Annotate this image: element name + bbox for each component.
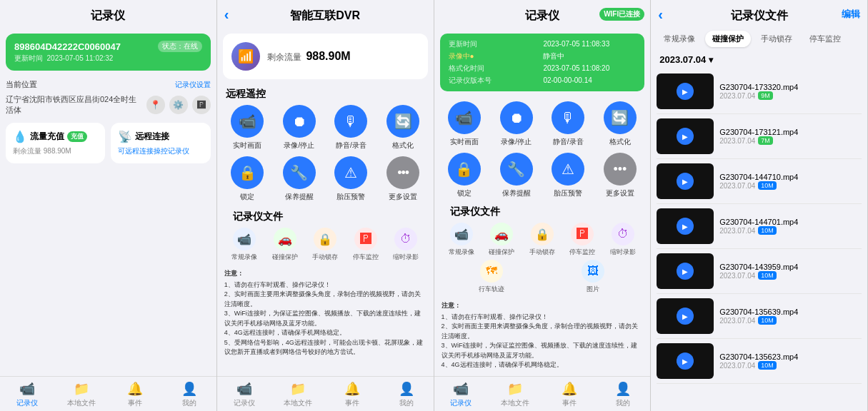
panel1-header: 记录仪 — [0, 0, 216, 28]
file-item-3[interactable]: ▶ G230704-144701.mp4 2023.07.04 10M — [657, 204, 862, 249]
panel1-title: 记录仪 — [91, 9, 125, 21]
play-btn-4[interactable]: ▶ — [677, 263, 694, 280]
video-thumb-4: ▶ — [657, 253, 714, 289]
flow-info: 剩余流量 988.90M — [267, 50, 351, 64]
nav3-recorder[interactable]: 📹 记录仪 — [434, 381, 489, 408]
nav2-profile[interactable]: 👤 我的 — [379, 381, 434, 408]
nav-profile[interactable]: 👤 我的 — [162, 381, 216, 408]
file-info-2: G230704-144710.mp4 2023.07.04 10M — [719, 173, 862, 190]
r3-btn-2[interactable]: 🎙 静音/录音 — [545, 101, 592, 147]
file-item-2[interactable]: ▶ G230704-144710.mp4 2023.07.04 10M — [657, 159, 862, 204]
remote-btn-1[interactable]: ⏺ 录像/停止 — [276, 105, 322, 151]
remote-btn-2[interactable]: 🎙 静音/录音 — [328, 105, 374, 151]
r3-btn-7[interactable]: ••• 更多设置 — [597, 153, 644, 198]
edit-button[interactable]: 编辑 — [842, 8, 860, 21]
update-time: 更新时间 2023-07-05 11:02:32 — [14, 54, 202, 64]
f3-tab-3[interactable]: 🅿 停车监控 — [562, 223, 603, 257]
file-tab-1[interactable]: 🚗 碰撞保护 — [264, 228, 305, 262]
file-info-5: G230704-135639.mp4 2023.07.04 10M — [719, 308, 862, 325]
bottom-nav-3: 📹 记录仪 📁 本地文件 🔔 事件 👤 我的 — [434, 376, 651, 411]
r3-btn-4[interactable]: 🔒 锁定 — [442, 153, 488, 198]
file-item-5[interactable]: ▶ G230704-135639.mp4 2023.07.04 10M — [657, 294, 862, 339]
nav2-events[interactable]: 🔔 事件 — [325, 381, 379, 408]
back-arrow-2[interactable]: ‹ — [224, 6, 229, 22]
action-cards: 💧 流量充值 充值 剩余流量 988.90M 📡 远程连接 可远程连接操控记录仪 — [6, 123, 211, 163]
play-btn-2[interactable]: ▶ — [677, 173, 694, 190]
remote-btn-6[interactable]: ⚠ 胎压预警 — [328, 156, 374, 202]
f3-tab-6[interactable]: 🖼 图片 — [542, 260, 643, 294]
file-info-0: G230704-173320.mp4 2023.07.04 9M — [719, 83, 862, 100]
back-arrow-4[interactable]: ‹ — [658, 6, 663, 22]
nav3-events[interactable]: 🔔 事件 — [542, 381, 597, 408]
nav3-local[interactable]: 📁 本地文件 — [488, 381, 542, 408]
tab-manual[interactable]: 手动锁存 — [754, 31, 799, 47]
notes-3: 注意： 1、请勿在行车时观看、操作记录仪！ 2、实时画面主要用来调整摄像头角度，… — [442, 301, 644, 370]
play-btn-0[interactable]: ▶ — [677, 83, 694, 100]
tab-parking[interactable]: 停车监控 — [802, 31, 848, 47]
panel-recorder: 记录仪 898604D42222C0060047 状态：在线 更新时间 2023… — [0, 0, 217, 411]
f3-tab-4[interactable]: ⏱ 缩时录影 — [603, 223, 644, 257]
remote-btn-0[interactable]: 📹 实时画面 — [224, 105, 271, 151]
file-item-0[interactable]: ▶ G230704-173320.mp4 2023.07.04 9M — [657, 69, 862, 114]
remote-section-title: 远程遥控 — [226, 88, 425, 101]
device-card[interactable]: 898604D42222C0060047 状态：在线 更新时间 2023-07-… — [6, 34, 211, 71]
settings-icon[interactable]: ⚙️ — [169, 96, 188, 114]
file-item-1[interactable]: ▶ G230704-173121.mp4 2023.07.04 7M — [657, 114, 862, 159]
remote-btn-5[interactable]: 🔧 保养提醒 — [276, 156, 322, 202]
file-tab-2[interactable]: 🔒 手动锁存 — [305, 228, 346, 262]
date-selector[interactable]: 2023.07.04 ▾ — [651, 50, 867, 69]
remote-btn-7[interactable]: ••• 更多设置 — [380, 156, 426, 202]
file-item-6[interactable]: ▶ G230704-135623.mp4 2023.07.04 10M — [657, 339, 862, 384]
file-item-4[interactable]: ▶ G230704-143959.mp4 2023.07.04 10M — [657, 249, 862, 294]
file-type-tabs: 常规录像 碰撞保护 手动锁存 停车监控 — [651, 28, 867, 50]
status-card: 更新时间 2023-07-05 11:08:33 录像中● 静音中 格式化时间 … — [440, 34, 645, 91]
remote-grid-3: 📹 实时画面 ⏺ 录像/停止 🎙 静音/录音 🔄 格式化 🔒 锁定 🔧 保养提醒… — [442, 101, 644, 198]
panel-smart-dvr: ‹ 智能互联DVR 📶 剩余流量 988.90M 远程遥控 📹 实时画面 ⏺ 录… — [217, 0, 434, 411]
status-field-1: 录像中● — [449, 51, 542, 61]
settings-link[interactable]: 记录仪设置 — [175, 80, 211, 90]
bottom-nav-1: 📹 记录仪 📁 本地文件 🔔 事件 👤 我的 — [0, 376, 216, 411]
nav3-profile[interactable]: 👤 我的 — [597, 381, 651, 408]
location-icon[interactable]: 📍 — [146, 96, 165, 114]
file-tab-4[interactable]: ⏱ 缩时录影 — [386, 228, 426, 262]
nav-recorder[interactable]: 📹 记录仪 — [0, 381, 54, 408]
flow-icon: 💧 — [13, 130, 27, 143]
flow-card[interactable]: 💧 流量充值 充值 剩余流量 988.90M — [6, 123, 105, 163]
video-thumb-3: ▶ — [657, 208, 714, 244]
file-tab-3[interactable]: 🅿 停车监控 — [345, 228, 386, 262]
nav2-local[interactable]: 📁 本地文件 — [271, 381, 325, 408]
nav-local-files[interactable]: 📁 本地文件 — [54, 381, 109, 408]
remote-grid: 📹 实时画面 ⏺ 录像/停止 🎙 静音/录音 🔄 格式化 🔒 锁定 🔧 保养提醒… — [224, 105, 426, 202]
file-info-1: G230704-173121.mp4 2023.07.04 7M — [719, 128, 862, 145]
f3-tab-5[interactable]: 🗺 行车轨迹 — [442, 260, 542, 294]
tab-regular[interactable]: 常规录像 — [657, 31, 702, 47]
panel2-header: ‹ 智能互联DVR — [217, 0, 434, 28]
remote-card[interactable]: 📡 远程连接 可远程连接操控记录仪 — [111, 123, 210, 163]
f3-tab-1[interactable]: 🚗 碰撞保护 — [482, 223, 522, 257]
r3-btn-1[interactable]: ⏺ 录像/停止 — [493, 101, 539, 147]
parking-icon[interactable]: 🅿 — [192, 96, 211, 114]
bottom-nav-2: 📹 记录仪 📁 本地文件 🔔 事件 👤 我的 — [217, 376, 434, 411]
remote-btn-3[interactable]: 🔄 格式化 — [380, 105, 426, 151]
nav-events[interactable]: 🔔 事件 — [108, 381, 162, 408]
f3-tab-2[interactable]: 🔒 手动锁存 — [522, 223, 563, 257]
panel3-title: 记录仪 — [525, 9, 559, 21]
play-btn-3[interactable]: ▶ — [677, 218, 694, 235]
r3-btn-0[interactable]: 📹 实时画面 — [442, 101, 488, 147]
r3-btn-5[interactable]: 🔧 保养提醒 — [493, 153, 539, 198]
r3-btn-6[interactable]: ⚠ 胎压预警 — [545, 153, 592, 198]
nav2-recorder[interactable]: 📹 记录仪 — [217, 381, 271, 408]
wifi-badge: WIFI已连接 — [599, 8, 644, 21]
play-btn-1[interactable]: ▶ — [677, 128, 694, 145]
file-tab-0[interactable]: 📹 常规录像 — [224, 228, 265, 262]
status-field-2: 格式化时间 — [449, 64, 542, 73]
tab-collision[interactable]: 碰撞保护 — [705, 31, 751, 47]
play-btn-5[interactable]: ▶ — [677, 308, 694, 325]
status-field-0: 更新时间 — [449, 39, 542, 49]
play-btn-6[interactable]: ▶ — [677, 352, 694, 370]
file-info-6: G230704-135623.mp4 2023.07.04 10M — [719, 352, 862, 370]
remote-btn-4[interactable]: 🔒 锁定 — [224, 156, 271, 202]
r3-btn-3[interactable]: 🔄 格式化 — [597, 101, 644, 147]
f3-tab-0[interactable]: 📹 常规录像 — [442, 223, 482, 257]
status-value-3: 02-00-00-00.14 — [543, 76, 636, 86]
